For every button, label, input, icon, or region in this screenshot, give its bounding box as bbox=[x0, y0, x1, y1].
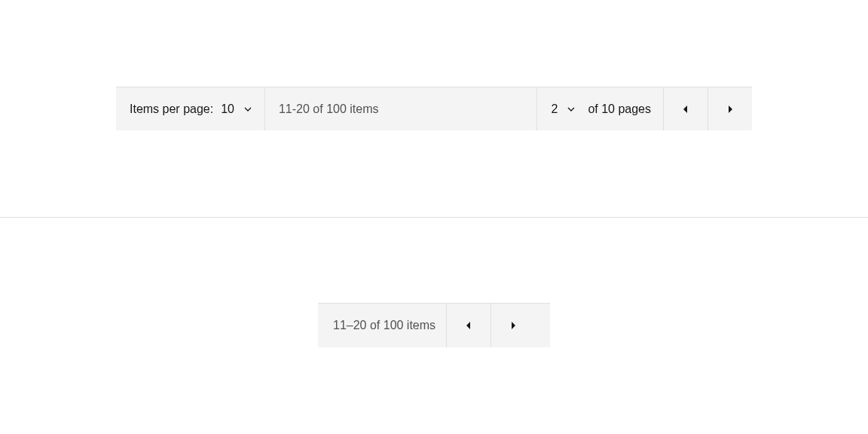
items-per-page-value: 10 bbox=[221, 102, 234, 116]
pagination-compact: 11–20 of 100 items bbox=[318, 303, 550, 347]
page-number-value: 2 bbox=[551, 102, 558, 116]
previous-page-button[interactable] bbox=[446, 304, 491, 347]
page-select-group: 2 of 10 pages bbox=[536, 87, 663, 130]
next-page-button[interactable] bbox=[491, 304, 535, 347]
caret-right-icon bbox=[726, 105, 734, 114]
chevron-down-icon bbox=[242, 103, 254, 115]
caret-left-icon bbox=[465, 321, 472, 330]
chevron-down-icon bbox=[565, 103, 577, 115]
items-per-page-group: Items per page: 10 bbox=[116, 87, 265, 130]
caret-right-icon bbox=[509, 321, 517, 330]
pagination-full: Items per page: 10 11-20 of 100 items 2 … bbox=[116, 87, 752, 130]
items-per-page-select[interactable]: 10 bbox=[221, 102, 254, 116]
page-number-select[interactable]: 2 bbox=[551, 102, 577, 116]
items-per-page-label: Items per page: bbox=[130, 102, 213, 116]
previous-page-button[interactable] bbox=[663, 87, 708, 130]
next-page-button[interactable] bbox=[708, 87, 752, 130]
caret-left-icon bbox=[682, 105, 689, 114]
items-range-text: 11–20 of 100 items bbox=[318, 304, 446, 347]
of-pages-text: of 10 pages bbox=[588, 102, 651, 116]
items-range-text: 11-20 of 100 items bbox=[265, 87, 537, 130]
section-divider bbox=[0, 217, 868, 218]
